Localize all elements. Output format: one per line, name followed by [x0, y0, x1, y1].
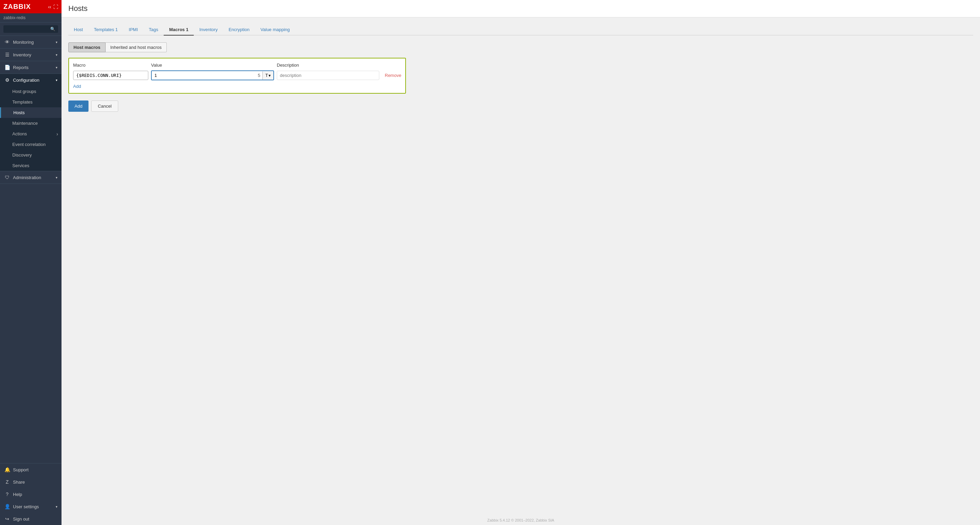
tab-tags[interactable]: Tags — [143, 24, 164, 35]
sidebar: ZABBIX ‹‹ ⛶ zabbix-redis 🔍 👁 Monitoring … — [0, 0, 62, 525]
tab-value-mapping[interactable]: Value mapping — [255, 24, 295, 35]
sidebar-item-help[interactable]: ? Help — [0, 488, 62, 500]
value-type-chevron: ▾ — [269, 73, 270, 78]
user-label: zabbix-redis — [0, 13, 62, 22]
support-icon: 🔔 — [4, 467, 10, 473]
content-area: Host Templates 1 IPMI Tags Macros 1 Inve… — [62, 18, 980, 515]
value-display: 5 — [256, 71, 262, 80]
configuration-label: Configuration — [13, 78, 39, 83]
logo: ZABBIX — [3, 3, 31, 11]
main-content: Hosts Host Templates 1 IPMI Tags Macros … — [62, 0, 980, 525]
sidebar-item-sign-out[interactable]: ↪ Sign out — [0, 513, 62, 525]
description-input[interactable] — [277, 71, 379, 80]
nav-configuration: ⚙ Configuration ▾ Host groups Templates … — [0, 74, 62, 171]
desc-col-header: Description — [277, 62, 345, 68]
sidebar-item-maintenance[interactable]: Maintenance — [0, 118, 62, 129]
tab-inventory[interactable]: Inventory — [194, 24, 223, 35]
tab-encryption[interactable]: Encryption — [223, 24, 255, 35]
tabs-row: Host Templates 1 IPMI Tags Macros 1 Inve… — [68, 24, 973, 35]
search-icon: 🔍 — [50, 27, 56, 32]
sidebar-header-icons: ‹‹ ⛶ — [48, 4, 58, 10]
tab-ipmi[interactable]: IPMI — [123, 24, 143, 35]
page-header: Hosts — [62, 0, 980, 18]
value-input[interactable] — [152, 71, 256, 80]
collapse-icon[interactable]: ‹‹ — [48, 4, 51, 10]
macro-input[interactable] — [73, 71, 148, 80]
share-icon: Z — [4, 479, 10, 485]
share-label: Share — [13, 480, 25, 485]
monitoring-chevron: ▾ — [56, 40, 57, 44]
sidebar-item-reports[interactable]: 📄 Reports ▾ — [0, 61, 62, 73]
hosts-label: Hosts — [13, 110, 25, 115]
tab-templates[interactable]: Templates 1 — [89, 24, 123, 35]
action-buttons: Add Cancel — [68, 100, 973, 112]
sidebar-item-monitoring[interactable]: 👁 Monitoring ▾ — [0, 36, 62, 48]
toggle-host-macros-btn[interactable]: Host macros — [68, 42, 106, 52]
sidebar-item-user-settings[interactable]: 👤 User settings ▾ — [0, 500, 62, 513]
reports-label: Reports — [13, 65, 29, 70]
macro-col-header: Macro — [73, 62, 148, 68]
sidebar-item-configuration[interactable]: ⚙ Configuration ▾ — [0, 74, 62, 86]
search-wrapper: 🔍 — [3, 25, 58, 33]
nav-inventory: ☰ Inventory ▾ — [0, 49, 62, 61]
actions-label: Actions — [12, 131, 27, 136]
sidebar-header: ZABBIX ‹‹ ⛶ — [0, 0, 62, 13]
user-settings-chevron: ▾ — [56, 505, 57, 509]
support-label: Support — [13, 467, 29, 473]
macros-header-row: Macro Value Description — [73, 62, 401, 68]
administration-label: Administration — [13, 175, 41, 180]
sign-out-icon: ↪ — [4, 516, 10, 522]
search-container: 🔍 — [0, 22, 62, 36]
macros-row: 5 T ▾ Remove — [73, 70, 401, 80]
configuration-chevron: ▾ — [56, 78, 57, 82]
configuration-submenu: Host groups Templates Hosts Maintenance … — [0, 86, 62, 171]
sidebar-item-templates[interactable]: Templates — [0, 97, 62, 107]
sidebar-item-actions[interactable]: Actions — [0, 129, 62, 139]
nav-reports: 📄 Reports ▾ — [0, 61, 62, 74]
inventory-label: Inventory — [13, 52, 31, 57]
value-col-header: Value — [151, 62, 274, 68]
nav-administration: 🛡 Administration ▾ — [0, 171, 62, 184]
expand-icon[interactable]: ⛶ — [53, 4, 58, 10]
help-icon: ? — [4, 492, 10, 497]
add-macro-link[interactable]: Add — [73, 84, 401, 89]
administration-icon: 🛡 — [4, 175, 10, 180]
macros-table-area: Macro Value Description 5 T ▾ Remove — [68, 58, 406, 94]
value-type-button[interactable]: T ▾ — [262, 72, 274, 80]
tab-macros[interactable]: Macros 1 — [164, 24, 194, 35]
tab-host[interactable]: Host — [68, 24, 89, 35]
sidebar-item-inventory[interactable]: ☰ Inventory ▾ — [0, 49, 62, 61]
configuration-icon: ⚙ — [4, 77, 10, 83]
event-correlation-label: Event correlation — [12, 142, 46, 147]
sidebar-item-services[interactable]: Services — [0, 160, 62, 171]
help-label: Help — [13, 492, 22, 497]
value-input-wrapper: 5 T ▾ — [151, 70, 274, 80]
cancel-button[interactable]: Cancel — [91, 100, 118, 112]
remove-link[interactable]: Remove — [385, 73, 401, 78]
sidebar-item-hosts[interactable]: Hosts — [0, 107, 62, 118]
reports-chevron: ▾ — [56, 65, 57, 69]
sidebar-bottom: 🔔 Support Z Share ? Help 👤 User settings… — [0, 463, 62, 525]
user-settings-icon: 👤 — [4, 504, 10, 509]
sidebar-item-event-correlation[interactable]: Event correlation — [0, 139, 62, 150]
templates-label: Templates — [12, 99, 32, 105]
toggle-inherited-macros-btn[interactable]: Inherited and host macros — [106, 42, 167, 52]
add-button[interactable]: Add — [68, 100, 89, 112]
macros-toggle-row: Host macros Inherited and host macros — [68, 42, 973, 52]
maintenance-label: Maintenance — [12, 121, 38, 126]
user-settings-label: User settings — [13, 504, 39, 509]
monitoring-label: Monitoring — [13, 40, 34, 45]
sign-out-label: Sign out — [13, 517, 29, 522]
sidebar-item-host-groups[interactable]: Host groups — [0, 86, 62, 97]
page-title: Hosts — [68, 4, 973, 13]
sidebar-item-share[interactable]: Z Share — [0, 476, 62, 488]
host-groups-label: Host groups — [12, 89, 36, 94]
sidebar-item-discovery[interactable]: Discovery — [0, 150, 62, 160]
search-input[interactable] — [6, 27, 49, 32]
sidebar-item-administration[interactable]: 🛡 Administration ▾ — [0, 171, 62, 183]
monitoring-icon: 👁 — [4, 39, 10, 45]
value-type-label: T — [266, 73, 268, 78]
reports-icon: 📄 — [4, 65, 10, 70]
sidebar-item-support[interactable]: 🔔 Support — [0, 463, 62, 476]
inventory-icon: ☰ — [4, 52, 10, 57]
